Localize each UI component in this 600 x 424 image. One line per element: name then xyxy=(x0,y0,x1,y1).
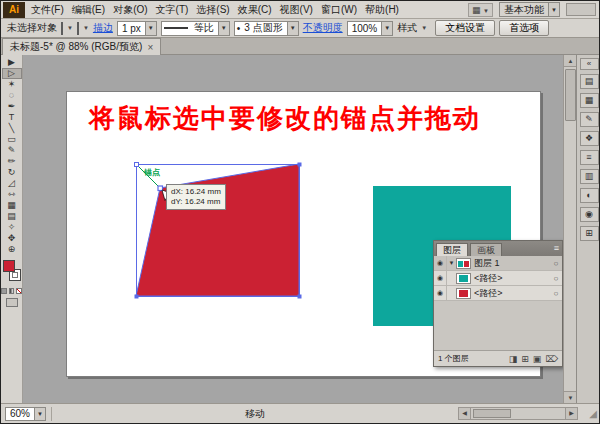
type-tool[interactable]: T xyxy=(2,112,22,123)
document-tab[interactable]: 未标题-5* @ 88% (RGB/预览) × xyxy=(2,38,161,55)
canvas-area[interactable]: 将鼠标选中要修改的锚点并拖动 锚点 dX: 16.24 mm dY: 16.24… xyxy=(23,55,563,403)
scroll-right-icon[interactable]: ▶ xyxy=(565,408,577,419)
anchor-point[interactable] xyxy=(298,163,302,167)
workspace-switcher[interactable]: 基本功能 ▼ xyxy=(499,2,560,17)
opacity-panel-link[interactable]: 不透明度 xyxy=(303,21,343,35)
make-clipping-mask-icon[interactable]: ◨ xyxy=(509,354,518,364)
chevron-down-icon[interactable]: ▼ xyxy=(218,22,229,35)
target-circle-icon[interactable]: ○ xyxy=(550,274,562,283)
rectangle-tool[interactable]: ▭ xyxy=(2,134,22,145)
target-circle-icon[interactable]: ○ xyxy=(550,259,562,268)
target-circle-icon[interactable]: ○ xyxy=(550,289,562,298)
arrange-documents-icon[interactable]: ▦ ▼ xyxy=(468,3,493,17)
color-mode-icon[interactable] xyxy=(1,288,7,294)
scroll-left-icon[interactable]: ◀ xyxy=(459,408,471,419)
layer-row[interactable]: ◉<路径>○ xyxy=(434,271,562,286)
chevron-down-icon[interactable]: ▼ xyxy=(83,25,89,31)
gradient-mode-icon[interactable] xyxy=(9,288,15,294)
layer-row[interactable]: ◉<路径>○ xyxy=(434,286,562,301)
anchor-point[interactable] xyxy=(298,295,302,299)
appearance-panel-icon[interactable]: ◉ xyxy=(580,207,599,222)
vertical-scrollbar-thumb[interactable] xyxy=(565,69,576,121)
menu-item[interactable]: 编辑(E) xyxy=(68,1,109,18)
magic-wand-tool[interactable]: ✶ xyxy=(2,79,22,90)
fill-color-swatch-toolbox[interactable] xyxy=(3,260,15,272)
layer-row[interactable]: ◉▼图层 1○ xyxy=(434,256,562,271)
stroke-panel-link[interactable]: 描边 xyxy=(93,21,113,35)
panel-menu-icon[interactable]: ≡ xyxy=(554,241,559,256)
menu-item[interactable]: 窗口(W) xyxy=(317,1,361,18)
expand-arrow-icon[interactable]: ▼ xyxy=(447,260,456,266)
menu-item[interactable]: 效果(C) xyxy=(234,1,276,18)
screen-mode-icon[interactable] xyxy=(6,298,18,307)
horizontal-scrollbar-thumb[interactable] xyxy=(473,409,511,418)
opacity-combo[interactable]: 100% ▼ xyxy=(347,21,394,36)
visibility-eye-icon[interactable]: ◉ xyxy=(434,256,447,270)
chevron-down-icon[interactable]: ▼ xyxy=(145,22,156,35)
symbols-panel-icon[interactable]: ❖ xyxy=(580,131,599,146)
tab-close-icon[interactable]: × xyxy=(147,42,153,53)
new-layer-icon[interactable]: ▣ xyxy=(533,354,542,364)
zoom-tool[interactable]: ⊕ xyxy=(2,244,22,255)
brushes-panel-icon[interactable]: ✎ xyxy=(580,112,599,127)
selection-tool[interactable]: ▶ xyxy=(2,57,22,68)
lasso-tool[interactable]: ◌ xyxy=(2,90,22,101)
graphic-styles-panel-icon[interactable]: ⊞ xyxy=(580,226,599,241)
fill-color-swatch[interactable] xyxy=(61,22,63,35)
scale-tool[interactable]: ◿ xyxy=(2,178,22,189)
menu-item[interactable]: 帮助(H) xyxy=(361,1,403,18)
visibility-eye-icon[interactable]: ◉ xyxy=(434,286,447,300)
menu-item[interactable]: 文字(T) xyxy=(152,1,193,18)
direct-selection-tool[interactable]: ▷ xyxy=(2,68,22,79)
visibility-eye-icon[interactable]: ◉ xyxy=(434,271,447,285)
layer-name[interactable]: <路径> xyxy=(474,287,550,300)
menu-item[interactable]: 文件(F) xyxy=(27,1,68,18)
pen-tool[interactable]: ✒ xyxy=(2,101,22,112)
preferences-button[interactable]: 首选项 xyxy=(499,20,549,36)
tab-artboards[interactable]: 画板 xyxy=(470,243,502,256)
eyedropper-tool[interactable]: ✧ xyxy=(2,222,22,233)
delete-layer-icon[interactable]: ⌦ xyxy=(545,354,558,364)
width-profile-combo[interactable]: 等比 ▼ xyxy=(161,21,230,36)
anchor-point[interactable] xyxy=(135,295,139,299)
menu-item[interactable]: 视图(V) xyxy=(276,1,317,18)
layers-panel-titlebar[interactable]: 图层 画板 ≡ xyxy=(434,241,562,256)
chevron-down-icon[interactable]: ▼ xyxy=(421,25,427,31)
stroke-weight-combo[interactable]: 1 px ▼ xyxy=(117,21,157,36)
stroke-panel-icon[interactable]: ≡ xyxy=(580,150,599,165)
swatches-panel-icon[interactable]: ▦ xyxy=(580,93,599,108)
line-tool[interactable]: ╲ xyxy=(2,123,22,134)
menu-bar-corner-box[interactable] xyxy=(566,3,596,16)
new-sublayer-icon[interactable]: ⊞ xyxy=(521,354,529,364)
resize-grip-icon[interactable]: ◢ xyxy=(583,408,597,419)
paintbrush-tool[interactable]: ✎ xyxy=(2,145,22,156)
chevron-down-icon[interactable]: ▼ xyxy=(287,22,298,35)
none-mode-icon[interactable] xyxy=(16,288,22,294)
layer-name[interactable]: <路径> xyxy=(474,272,550,285)
gradient-panel-icon[interactable]: ▥ xyxy=(580,169,599,184)
pencil-tool[interactable]: ✏ xyxy=(2,156,22,167)
vertical-scrollbar[interactable]: ▲ ▼ xyxy=(563,55,576,403)
menu-item[interactable]: 对象(O) xyxy=(109,1,151,18)
dock-expand-icon[interactable]: « xyxy=(580,58,599,70)
chevron-down-icon[interactable]: ▼ xyxy=(381,22,392,35)
transparency-panel-icon[interactable]: ◐ xyxy=(580,188,599,203)
color-panel-icon[interactable]: ▤ xyxy=(580,74,599,89)
free-transform-tool[interactable]: ▦ xyxy=(2,200,22,211)
layer-name[interactable]: 图层 1 xyxy=(474,257,550,270)
width-tool[interactable]: ⇿ xyxy=(2,189,22,200)
brush-definition-combo[interactable]: • 3 点圆形 ▼ xyxy=(234,21,299,36)
panel-dock: « ▤▦✎❖≡▥◐◉⊞ xyxy=(576,55,600,403)
zoom-level-combo[interactable]: 60% ▼ xyxy=(5,407,46,421)
stroke-color-swatch[interactable] xyxy=(77,22,79,35)
tab-layers[interactable]: 图层 xyxy=(436,243,468,256)
horizontal-scrollbar[interactable]: ◀ ▶ xyxy=(458,407,578,420)
document-setup-button[interactable]: 文档设置 xyxy=(435,20,495,36)
menu-item[interactable]: 选择(S) xyxy=(192,1,233,18)
chevron-down-icon[interactable]: ▼ xyxy=(34,408,45,420)
gradient-tool[interactable]: ▤ xyxy=(2,211,22,222)
rotate-tool[interactable]: ↻ xyxy=(2,167,22,178)
tooltip-dx-value: dX: 16.24 mm xyxy=(171,187,221,197)
hand-tool[interactable]: ✥ xyxy=(2,233,22,244)
chevron-down-icon[interactable]: ▼ xyxy=(67,25,73,31)
